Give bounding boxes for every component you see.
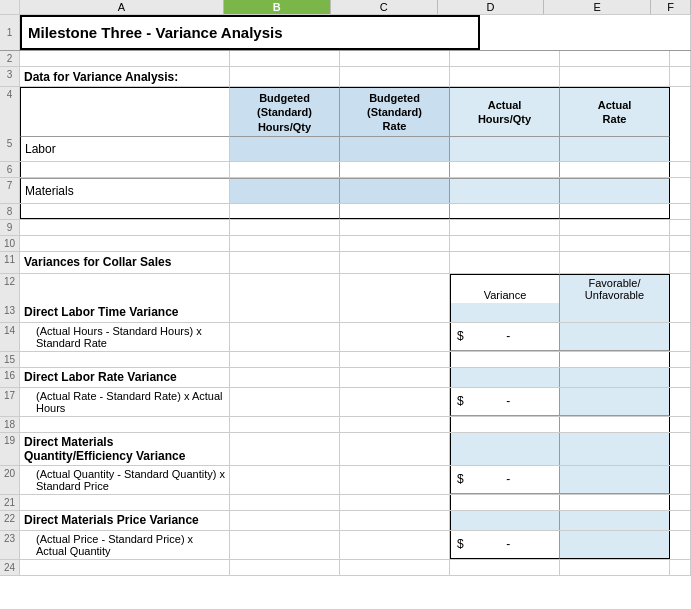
row-num-16: 16 <box>0 368 20 387</box>
dltv-value-cell[interactable]: $ - <box>450 323 560 351</box>
cell-2d <box>450 51 560 66</box>
cell-24f <box>670 560 691 575</box>
row-9: 9 <box>0 220 691 236</box>
cell-17f <box>670 388 691 416</box>
row-num-7: 7 <box>0 178 20 203</box>
cell-20c <box>340 466 450 494</box>
cell-8a <box>20 204 230 219</box>
cell-13c <box>340 303 450 322</box>
cell-22d <box>450 511 560 530</box>
header-actual-hrs: Actual Hours/Qty <box>450 87 560 136</box>
labor-b[interactable] <box>230 136 340 161</box>
row-num-2: 2 <box>0 51 20 66</box>
cell-21c <box>340 495 450 510</box>
cell-13b <box>230 303 340 322</box>
cell-4a <box>20 87 230 136</box>
materials-label: Materials <box>20 178 230 203</box>
row-num-17: 17 <box>0 388 20 416</box>
row-num-9: 9 <box>0 220 20 235</box>
dltv-fav[interactable] <box>560 323 670 351</box>
dmqv-formula: (Actual Quantity - Standard Quantity) x … <box>20 466 230 494</box>
cell-13d <box>450 303 560 322</box>
col-header-a: A <box>20 0 224 14</box>
labor-f <box>670 136 691 161</box>
cell-23f <box>670 531 691 559</box>
materials-d[interactable] <box>450 178 560 203</box>
dltv-title: Direct Labor Time Variance <box>20 303 230 322</box>
cell-21f <box>670 495 691 510</box>
dmqv-value-cell[interactable]: $ - <box>450 466 560 494</box>
cell-3e <box>560 67 670 86</box>
cell-10a <box>20 236 230 251</box>
cell-21a <box>20 495 230 510</box>
cell-9f <box>670 220 691 235</box>
cell-18a <box>20 417 230 432</box>
dmqv-fav[interactable] <box>560 466 670 494</box>
cell-18e <box>560 417 670 432</box>
cell-18d <box>450 417 560 432</box>
dmpv-fav[interactable] <box>560 531 670 559</box>
header-budgeted-hrs: Budgeted (Standard) Hours/Qty <box>230 87 340 136</box>
cell-24d <box>450 560 560 575</box>
labor-d[interactable] <box>450 136 560 161</box>
cell-13e <box>560 303 670 322</box>
col-header-d: D <box>438 0 545 14</box>
dmpv-value-cell[interactable]: $ - <box>450 531 560 559</box>
dltv-formula: (Actual Hours - Standard Hours) x Standa… <box>20 323 230 351</box>
row-num-19: 19 <box>0 433 20 465</box>
col-header-e: E <box>544 0 651 14</box>
cell-3b <box>230 67 340 86</box>
row-num-8: 8 <box>0 204 20 219</box>
dmqv-dollar: $ <box>457 472 464 486</box>
cell-16c <box>340 368 450 387</box>
dmpv-formula: (Actual Price - Standard Price) x Actual… <box>20 531 230 559</box>
materials-b[interactable] <box>230 178 340 203</box>
cell-15f <box>670 352 691 367</box>
row-dlrv-formula: 17 (Actual Rate - Standard Rate) x Actua… <box>0 388 691 417</box>
row-num-14: 14 <box>0 323 20 351</box>
row-num-18: 18 <box>0 417 20 432</box>
cell-14f <box>670 323 691 351</box>
dlrv-fav[interactable] <box>560 388 670 416</box>
materials-c[interactable] <box>340 178 450 203</box>
cell-19b <box>230 433 340 465</box>
cell-21b <box>230 495 340 510</box>
cell-12a <box>20 274 230 303</box>
cell-18f <box>670 417 691 432</box>
cell-6c <box>340 162 450 177</box>
cell-10b <box>230 236 340 251</box>
dltv-dollar: $ <box>457 329 464 343</box>
dlrv-formula: (Actual Rate - Standard Rate) x Actual H… <box>20 388 230 416</box>
dmpv-dollar: $ <box>457 537 464 551</box>
cell-4f <box>670 87 691 136</box>
title-row: 1 Milestone Three - Variance Analysis <box>0 15 691 51</box>
labor-e[interactable] <box>560 136 670 161</box>
row-18: 18 <box>0 417 691 433</box>
cell-22b <box>230 511 340 530</box>
row-6: 6 <box>0 162 691 178</box>
cell-11e <box>560 252 670 273</box>
dmqv-value: - <box>464 472 553 486</box>
dlrv-dollar: $ <box>457 394 464 408</box>
cell-24b <box>230 560 340 575</box>
cell-11b <box>230 252 340 273</box>
cell-24c <box>340 560 450 575</box>
dlrv-value-cell[interactable]: $ - <box>450 388 560 416</box>
row-3: 3 Data for Variance Analysis: <box>0 67 691 87</box>
cell-6a <box>20 162 230 177</box>
labor-c[interactable] <box>340 136 450 161</box>
row-2: 2 <box>0 51 691 67</box>
row-dltv-title: 13 Direct Labor Time Variance <box>0 303 691 323</box>
spreadsheet-title: Milestone Three - Variance Analysis <box>20 15 480 50</box>
row-num-spacer <box>0 0 20 14</box>
cell-8e <box>560 204 670 219</box>
row-num-13: 13 <box>0 303 20 322</box>
cell-9e <box>560 220 670 235</box>
materials-e[interactable] <box>560 178 670 203</box>
row-num-6: 6 <box>0 162 20 177</box>
cell-16f <box>670 368 691 387</box>
row-21: 21 <box>0 495 691 511</box>
dmpv-value: - <box>464 537 553 551</box>
cell-23b <box>230 531 340 559</box>
cell-2c <box>340 51 450 66</box>
